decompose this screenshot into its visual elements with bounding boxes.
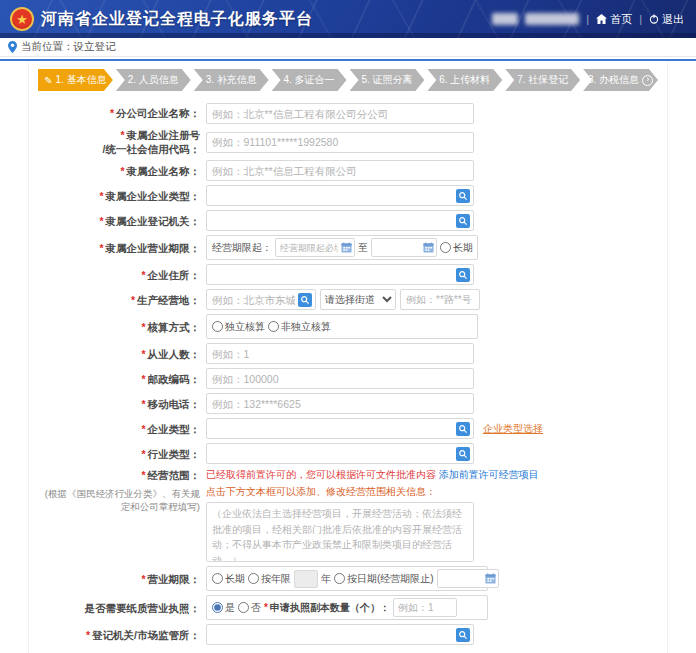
required-star: * [131,294,135,306]
chevron-circle-icon[interactable]: › [642,75,653,86]
step-tab-upload-materials[interactable]: 6. 上传材料 [427,69,502,91]
radio-non-independent-accounting[interactable]: 非独立核算 [268,320,331,334]
radio-input[interactable] [440,242,451,253]
required-star: * [141,373,145,385]
radio-term-long[interactable]: 长期 [212,572,245,586]
company-type-select-link[interactable]: 企业类型选择 [483,422,543,436]
picker-search-icon[interactable] [456,422,470,436]
registry-office-input[interactable] [206,624,474,645]
picker-search-icon[interactable] [456,268,470,282]
radio-input[interactable] [212,321,223,332]
parent-registry-picker [206,210,474,231]
redacted-username [492,13,518,25]
radio-term-by-years[interactable]: 按年限 [248,572,291,586]
required-star: * [141,269,145,281]
district-picker [206,289,316,310]
logout-link[interactable]: 退出 [649,12,684,27]
branch-name-input[interactable] [206,103,474,124]
radio-input[interactable] [212,573,223,584]
field-row-company-type: *企业类型： 企业类型选择 [38,418,658,439]
field-label: *企业住所： [38,268,206,282]
address-picker [206,264,474,285]
company-type-input[interactable] [206,418,474,439]
employees-input[interactable] [206,343,474,364]
calendar-icon[interactable] [485,573,496,584]
parent-term-group: 经营期限起： 至 长期 [206,235,478,260]
radio-input[interactable] [334,573,345,584]
parent-name-input[interactable] [206,160,474,181]
field-label: *隶属企业企业类型： [38,189,206,203]
street-detail-input[interactable] [400,289,480,310]
divider: | [639,13,642,25]
field-label: *行业类型： [38,447,206,461]
radio-input[interactable] [268,321,279,332]
required-star: * [141,423,145,435]
step-tab-social-security[interactable]: 7. 社保登记 [505,69,580,91]
mobile-input[interactable] [206,393,474,414]
step-tab-supplementary-info[interactable]: 3. 补充信息 [194,69,269,91]
street-select[interactable]: 请选择街道 [320,289,396,310]
accounting-group: 独立核算 非独立核算 [206,314,478,339]
radio-independent-accounting[interactable]: 独立核算 [212,320,265,334]
field-row-registry-office: *登记机关/市场监管所： [38,624,658,645]
business-scope-textarea[interactable] [206,502,474,562]
step-tab-cert-separation[interactable]: 5. 证照分离 [350,69,425,91]
parent-code-input[interactable] [206,132,474,153]
calendar-icon[interactable] [341,242,352,253]
step-tab-basic-info[interactable]: ✎ 1. 基本信息 [38,69,113,91]
registry-office-picker [206,624,474,645]
radio-input[interactable] [238,602,249,613]
field-label: *移动电话： [38,397,206,411]
field-label: *邮政编码： [38,372,206,386]
field-label: *企业类型： [38,422,206,436]
picker-search-icon[interactable] [456,189,470,203]
radio-paper-yes[interactable]: 是 [212,601,235,615]
breadcrumb-text: 当前位置：设立登记 [21,40,116,54]
radio-input[interactable] [212,602,223,613]
brand: ★ 河南省企业登记全程电子化服务平台 [10,7,313,31]
required-star: * [99,242,103,254]
required-star: * [141,398,145,410]
field-row-employees: *从业人数： [38,343,658,364]
picker-search-icon[interactable] [456,628,470,642]
radio-parent-term-long[interactable]: 长期 [440,241,473,255]
picker-search-icon[interactable] [456,447,470,461]
radio-input[interactable] [248,573,259,584]
industry-type-input[interactable] [206,443,474,464]
field-label: *隶属企业登记机关： [38,214,206,228]
address-input[interactable] [206,264,474,285]
radio-term-by-date[interactable]: 按日期(经营期限止) [334,572,434,586]
field-label: *生产经营地： [38,293,206,307]
step-tab-personnel-info[interactable]: 2. 人员信息 [116,69,191,91]
radio-paper-no[interactable]: 否 [238,601,261,615]
picker-search-icon[interactable] [456,214,470,228]
required-star: * [99,215,103,227]
scope-tip-line-2: 点击下方文本框可以添加、修改经营范围相关信息： [206,485,436,499]
home-link[interactable]: 首页 [596,12,632,27]
breadcrumb: 当前位置：设立登记 [0,38,696,57]
pencil-icon: ✎ [44,75,52,86]
license-copies-input[interactable] [393,598,457,617]
calendar-icon[interactable] [423,242,434,253]
step-tab-tax-info[interactable]: 8. 办税信息 › [583,69,658,91]
field-label: *隶属企业营业期限： [38,241,206,255]
term-end-date [371,238,437,257]
field-row-parent-company-type: *隶属企业企业类型： [38,185,658,206]
parent-company-type-input[interactable] [206,185,474,206]
required-star: * [110,107,114,119]
copies-label: *申请执照副本数量（个）： [264,601,390,615]
required-star: * [120,129,124,141]
term-end-by-date [437,569,499,588]
national-emblem-icon: ★ [10,7,34,31]
field-row-postcode: *邮政编码： [38,368,658,389]
picker-search-icon[interactable] [298,293,312,307]
postcode-input[interactable] [206,368,474,389]
main-panel: ✎ 1. 基本信息 2. 人员信息 3. 补充信息 4. 多证合一 5. 证照分… [28,61,668,653]
step-tab-multi-cert[interactable]: 4. 多证合一 [272,69,347,91]
term-years-input[interactable] [294,570,318,588]
industry-type-picker [206,443,474,464]
parent-registry-input[interactable] [206,210,474,231]
top-bar: ★ 河南省企业登记全程电子化服务平台 | 首页 | 退出 [0,0,696,38]
field-row-mobile: *移动电话： [38,393,658,414]
add-licensed-items-link[interactable]: 添加前置许可经营项目 [439,469,539,480]
